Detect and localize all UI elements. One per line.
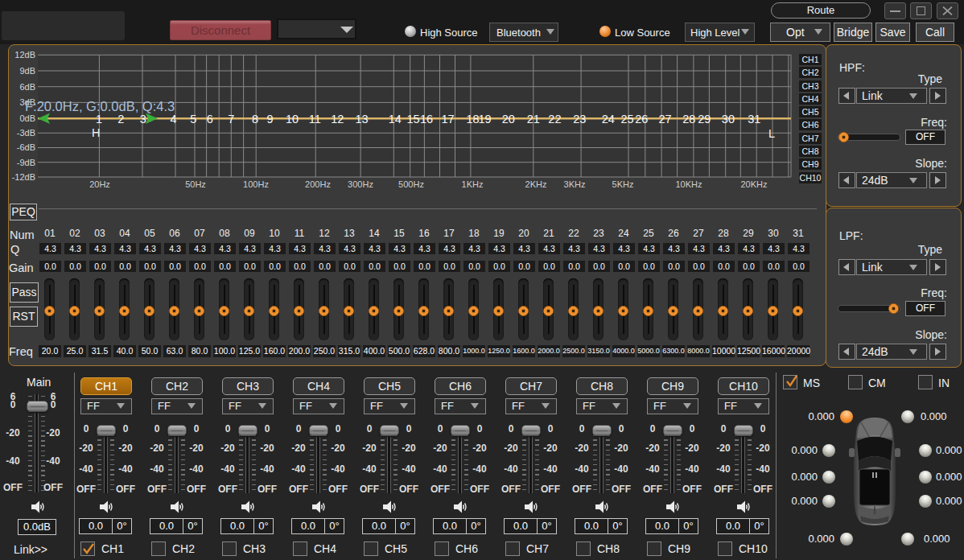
svg-text:15: 15 [406, 113, 419, 126]
svg-text:21: 21 [527, 113, 540, 126]
svg-text:13: 13 [356, 113, 369, 126]
svg-text:3: 3 [140, 113, 146, 126]
svg-text:-12dB: -12dB [12, 172, 35, 182]
svg-text:6dB: 6dB [19, 82, 35, 92]
svg-text:200Hz: 200Hz [305, 179, 331, 189]
svg-text:F:20.0Hz, G:0.0dB, Q:4.3: F:20.0Hz, G:0.0dB, Q:4.3 [25, 99, 175, 113]
svg-text:26: 26 [635, 113, 648, 126]
svg-text:10: 10 [286, 113, 299, 126]
svg-text:29: 29 [698, 113, 711, 126]
svg-text:-3dB: -3dB [17, 128, 35, 138]
svg-text:2: 2 [117, 113, 124, 126]
svg-text:27: 27 [658, 113, 671, 126]
svg-text:20KHz: 20KHz [740, 179, 767, 189]
svg-text:300Hz: 300Hz [348, 179, 373, 189]
svg-text:50Hz: 50Hz [185, 179, 206, 189]
svg-text:30: 30 [722, 113, 735, 126]
svg-text:23: 23 [573, 113, 586, 126]
svg-text:31: 31 [748, 113, 760, 126]
svg-text:-9dB: -9dB [17, 158, 35, 167]
svg-text:25: 25 [621, 113, 634, 126]
svg-text:14: 14 [389, 113, 402, 126]
svg-text:10KHz: 10KHz [675, 179, 702, 189]
svg-text:9: 9 [266, 113, 273, 126]
svg-text:12dB: 12dB [14, 50, 35, 60]
svg-text:6: 6 [207, 113, 213, 126]
svg-text:4: 4 [170, 113, 176, 126]
svg-text:5KHz: 5KHz [612, 179, 634, 189]
svg-text:500Hz: 500Hz [398, 179, 424, 189]
svg-text:1KHz: 1KHz [462, 179, 484, 189]
svg-text:2KHz: 2KHz [525, 179, 547, 189]
svg-text:9dB: 9dB [19, 66, 35, 76]
svg-text:24: 24 [602, 113, 615, 126]
svg-text:20: 20 [502, 113, 515, 126]
svg-text:7: 7 [228, 113, 234, 126]
svg-text:17: 17 [442, 113, 455, 126]
svg-text:19: 19 [479, 113, 492, 126]
svg-text:8: 8 [252, 113, 258, 126]
svg-text:16: 16 [420, 113, 433, 126]
svg-text:11: 11 [309, 113, 321, 126]
svg-text:H: H [92, 126, 100, 139]
svg-text:1: 1 [96, 113, 102, 126]
svg-text:0dB: 0dB [19, 113, 35, 123]
svg-text:12: 12 [331, 113, 344, 126]
svg-text:100Hz: 100Hz [243, 179, 269, 189]
svg-text:5: 5 [190, 113, 196, 126]
svg-text:3KHz: 3KHz [564, 179, 586, 189]
svg-text:28: 28 [682, 113, 695, 126]
svg-text:20Hz: 20Hz [89, 179, 110, 189]
svg-text:22: 22 [548, 113, 561, 126]
svg-text:L: L [768, 127, 775, 140]
svg-text:-6dB: -6dB [17, 142, 35, 152]
svg-text:18: 18 [467, 113, 480, 126]
